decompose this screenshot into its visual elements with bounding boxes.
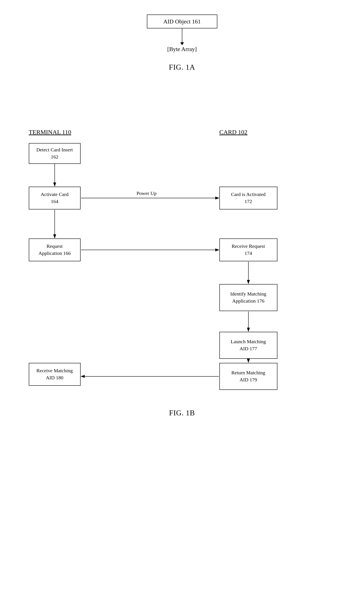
- identify-matching-box: Identify MatchingApplication 176: [219, 284, 277, 311]
- fig1a-label: FIG. 1A: [169, 63, 195, 72]
- fig1a-section: AID Object 161 [Byte Array] FIG. 1A: [0, 12, 364, 72]
- receive-matching-aid-box: Receive MatchingAID 180: [29, 363, 80, 386]
- request-application-box: RequestApplication 166: [29, 238, 80, 261]
- byte-array-text: [Byte Array]: [167, 46, 197, 52]
- svg-text:Power Up: Power Up: [137, 191, 157, 196]
- diagram-container: TERMINAL 110 CARD 102 Detect Card Insert…: [16, 124, 348, 539]
- card-header: CARD 102: [219, 129, 248, 136]
- fig1a-content: AID Object 161 [Byte Array] FIG. 1A: [0, 12, 364, 72]
- launch-matching-box: Launch MatchingAID 177: [219, 332, 277, 359]
- fig1b-label: FIG. 1B: [16, 409, 348, 417]
- activate-card-box: Activate Card164: [29, 187, 80, 209]
- return-matching-aid-box: Return MatchingAID 179: [219, 363, 277, 390]
- card-is-activated-box: Card is Activated172: [219, 187, 277, 209]
- fig1b-section: TERMINAL 110 CARD 102 Detect Card Insert…: [0, 124, 364, 539]
- aid-object-box: AID Object 161: [147, 15, 217, 28]
- detect-card-box: Detect Card Insert162: [29, 143, 80, 164]
- terminal-header: TERMINAL 110: [29, 129, 71, 136]
- receive-request-box: Receive Request174: [219, 238, 277, 261]
